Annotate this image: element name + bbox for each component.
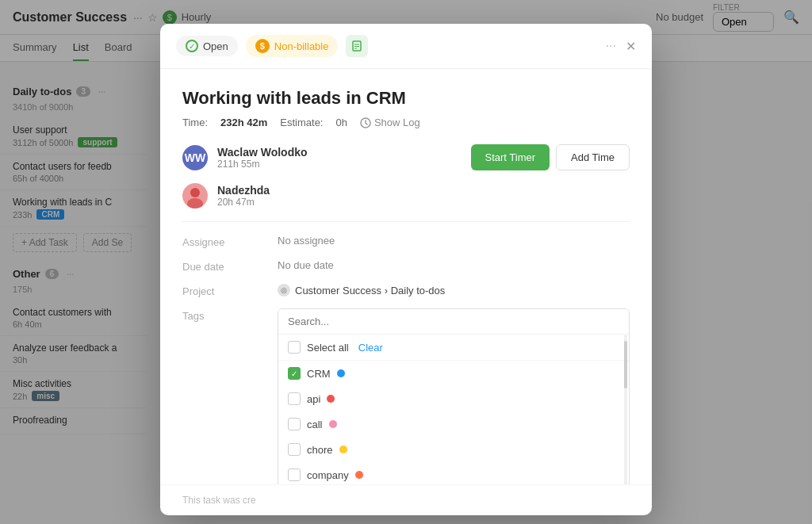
assignee-field-value: No assignee [278,235,630,247]
due-date-field: Due date No due date [182,259,630,273]
assignee-info-ww: Waclaw Wolodko 211h 55m [217,146,462,170]
tag-name-company: company [307,469,349,481]
tag-dot-chore [339,446,347,453]
select-all-label: Select all [307,342,349,354]
project-label: Project [182,284,262,297]
assignee-time: 211h 55m [217,159,462,170]
modal: ✓ Open $ Non-billable ··· ✕ [160,24,652,515]
assignee-name: Waclaw Wolodko [217,146,462,159]
tag-dot-call [329,420,337,428]
estimate-value: 0h [335,117,347,128]
invoice-icon[interactable] [346,35,368,57]
show-log-button[interactable]: Show Log [360,117,420,128]
tag-checkbox-company[interactable] [288,469,301,481]
assignee-field-label: Assignee [182,235,262,248]
svg-point-6 [187,198,203,208]
estimate-label: Estimate: [280,117,323,128]
tag-option-company[interactable]: company [278,462,629,484]
tag-name-chore: chore [307,444,333,456]
avatar-nd [182,183,208,208]
modal-footer: This task was cre [160,484,652,515]
tags-label: Tags [182,308,262,322]
assignee-name: Nadezhda [217,184,630,197]
modal-overlay: ✓ Open $ Non-billable ··· ✕ [0,0,812,524]
more-icon[interactable]: ··· [606,39,616,53]
divider [182,221,630,222]
modal-header-actions: ··· ✕ [606,39,636,54]
scrollbar-thumb[interactable] [624,341,627,388]
tag-dot-company [355,471,363,479]
tags-list: Select all Clear ✓ CRM [278,334,629,484]
tag-option-crm[interactable]: ✓ CRM [278,361,629,386]
tag-name-api: api [307,393,320,405]
tag-name-crm: CRM [307,368,331,380]
modal-title: Working with leads in CRM [182,88,630,109]
due-date-value: No due date [278,259,630,271]
tag-name-call: call [307,419,323,430]
time-label: Time: [182,117,208,128]
tag-option-api[interactable]: api [278,386,629,411]
time-value: 232h 42m [220,117,267,128]
tag-checkbox-chore[interactable] [288,443,301,456]
project-value: ◎ Customer Success › Daily to-dos [278,284,630,296]
select-all-checkbox[interactable] [288,341,301,354]
due-date-label: Due date [182,259,262,273]
tag-dot-api [327,395,335,403]
status-pill[interactable]: ✓ Open [176,36,238,56]
clock-icon [360,117,371,128]
project-path: Customer Success › Daily to-dos [295,285,445,296]
close-icon[interactable]: ✕ [626,39,636,54]
tags-field: Tags Select all Clear ✓ [182,308,630,484]
tags-search-box: Select all Clear ✓ CRM [278,308,630,484]
status-label: Open [203,40,228,52]
assignee-info-nd: Nadezhda 20h 47m [217,184,630,208]
scrollbar-track [624,335,627,484]
project-field: Project ◎ Customer Success › Daily to-do… [182,284,630,297]
clear-link[interactable]: Clear [358,342,383,354]
tag-checkbox-crm[interactable]: ✓ [288,367,301,380]
assignee-field: Assignee No assignee [182,235,630,248]
tag-checkbox-api[interactable] [288,392,301,405]
svg-point-5 [190,188,200,197]
billing-label: Non-billable [274,40,329,52]
timer-actions: Start Timer Add Time [471,144,630,170]
avatar-photo [182,183,208,208]
footer-text: This task was cre [182,495,256,506]
show-log-label: Show Log [374,117,420,128]
start-timer-button[interactable]: Start Timer [471,144,550,170]
time-row: Time: 232h 42m Estimate: 0h Show Log [182,117,630,128]
assignee-row-nd: Nadezhda 20h 47m [182,183,630,208]
select-all-row: Select all Clear [278,335,629,361]
avatar-ww: WW [182,145,208,170]
billing-pill[interactable]: $ Non-billable [246,35,339,57]
assignee-row-ww: WW Waclaw Wolodko 211h 55m Start Timer A… [182,144,630,170]
check-icon: ✓ [186,40,198,52]
modal-header: ✓ Open $ Non-billable ··· ✕ [160,24,652,69]
tag-option-chore[interactable]: chore [278,437,629,462]
modal-body: Working with leads in CRM Time: 232h 42m… [160,69,652,484]
tags-search-input[interactable] [278,309,629,334]
assignee-time: 20h 47m [217,197,630,208]
tag-checkbox-call[interactable] [288,418,301,430]
add-time-button[interactable]: Add Time [556,144,630,170]
tags-dropdown: Select all Clear ✓ CRM [278,308,630,484]
project-icon: ◎ [278,284,290,296]
tag-dot-crm [337,369,345,377]
tag-option-call[interactable]: call [278,411,629,437]
dollar-icon: $ [255,39,270,53]
